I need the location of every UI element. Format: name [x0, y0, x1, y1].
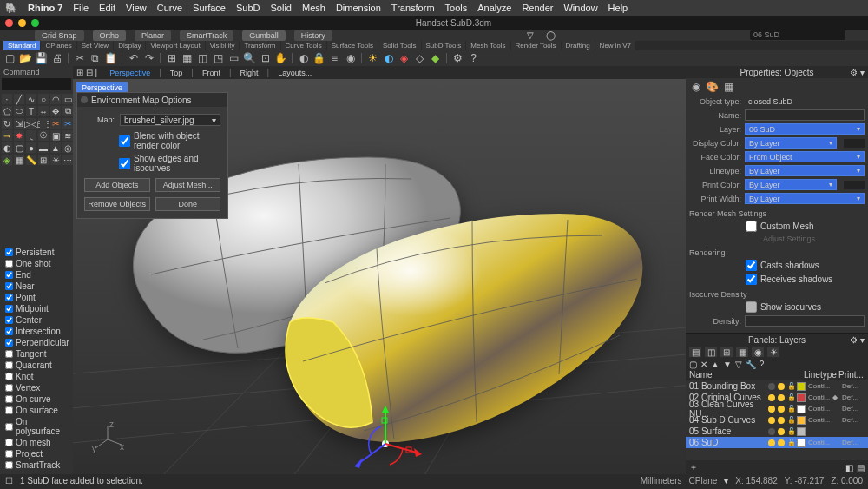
layer-action-icon[interactable]: ◧	[845, 463, 853, 472]
tool-split-icon[interactable]: ✂	[62, 118, 73, 129]
layer-visible2-icon[interactable]	[778, 406, 785, 413]
layer-row[interactable]: 04 Sub D Curves🔓Conti...Def...	[686, 414, 868, 426]
toggle-gumball[interactable]: Gumball	[242, 30, 286, 41]
env-adjust-button[interactable]: Adjust Mesh...	[155, 178, 221, 192]
layer-action2-icon[interactable]: ▤	[857, 463, 865, 472]
layers-tab-icon[interactable]: ▤	[689, 347, 701, 357]
tool-join-icon[interactable]: ⤙	[2, 130, 12, 141]
setview-icon[interactable]: ◳	[212, 52, 225, 65]
tool-dim-icon[interactable]: ↔	[38, 106, 49, 116]
properties-icon[interactable]: ◉	[344, 52, 357, 65]
render-icon[interactable]: ☀	[366, 52, 379, 65]
layer-color-swatch[interactable]	[797, 439, 806, 447]
tab-subd-tools[interactable]: SubD Tools	[422, 41, 466, 50]
save-icon[interactable]: 💾	[35, 52, 48, 65]
layer-lock-icon[interactable]: 🔓	[787, 393, 794, 401]
osnap-persistent[interactable]: Persistent	[3, 247, 69, 258]
prop-display-color-select[interactable]: By Layer	[745, 137, 837, 149]
tool-line-icon[interactable]: ╱	[14, 94, 24, 104]
tab-display[interactable]: Display	[114, 41, 145, 50]
tool-group-icon[interactable]: ⊞	[38, 155, 49, 165]
tool-move-icon[interactable]: ✥	[50, 106, 61, 116]
tool-explode-icon[interactable]: ✸	[14, 130, 24, 141]
tab-viewport-layout[interactable]: Viewport Layout	[146, 41, 204, 50]
shade-icon[interactable]: ◐	[382, 52, 395, 65]
prop-linetype-select[interactable]: By Layer	[745, 165, 865, 176]
layer-color-swatch[interactable]	[797, 416, 806, 425]
props-tab-object-icon[interactable]: ◉	[689, 80, 702, 93]
custom-mesh-checkbox[interactable]: Custom Mesh	[746, 221, 865, 232]
tab-standard[interactable]: Standard	[3, 41, 40, 50]
tool-render2-icon[interactable]: ☀	[50, 155, 61, 165]
vptab-layouts[interactable]: Layouts...	[271, 67, 319, 79]
prop-name-input[interactable]	[745, 109, 865, 121]
tool-trim-icon[interactable]: ✂	[50, 118, 61, 129]
toggle-smarttrack[interactable]: SmartTrack	[180, 30, 233, 41]
osnap-vertex[interactable]: Vertex	[3, 382, 69, 393]
layer-row[interactable]: 05 Surface🔓	[686, 426, 868, 437]
prop-print-color-select[interactable]: By Layer	[745, 179, 837, 190]
layer-down-icon[interactable]: ▼	[723, 360, 732, 368]
layer-lock-icon[interactable]: 🔓	[787, 382, 794, 390]
cut-icon[interactable]: ✂	[73, 52, 86, 65]
options-icon[interactable]: ⚙	[451, 52, 464, 65]
osnap-center[interactable]: Center	[3, 314, 69, 326]
tab-curve-tools[interactable]: Curve Tools	[281, 41, 326, 50]
menu-edit[interactable]: Edit	[99, 3, 115, 13]
tool-circle-icon[interactable]: ○	[38, 94, 49, 104]
tool-offset-icon[interactable]: ⦾	[38, 130, 49, 141]
tool-fillet-icon[interactable]: ◟	[26, 130, 36, 141]
maximize-icon[interactable]	[31, 19, 39, 27]
osnap-on-mesh[interactable]: On mesh	[3, 437, 69, 448]
layer-search-input[interactable]: 06 SuD	[750, 30, 845, 40]
tool-rect-icon[interactable]: ▭	[62, 94, 73, 104]
menu-analyze[interactable]: Analyze	[477, 3, 511, 13]
tool-text-icon[interactable]: T	[26, 106, 36, 116]
osnap-perpendicular[interactable]: Perpendicular	[3, 337, 69, 348]
redo-icon[interactable]: ↷	[142, 52, 155, 65]
layer-visible2-icon[interactable]	[778, 439, 785, 446]
lock-icon[interactable]: 🔒	[312, 52, 326, 65]
tool-analyze-icon[interactable]: 📏	[26, 155, 36, 165]
print-color-swatch[interactable]	[844, 181, 865, 189]
print-icon[interactable]: 🖨	[50, 52, 63, 65]
tool-cyl-icon[interactable]: ▬	[38, 142, 49, 153]
env-remove-button[interactable]: Remove Objects	[84, 197, 150, 211]
copy-icon[interactable]: ⧉	[89, 52, 102, 65]
layer-visible-icon[interactable]	[768, 439, 775, 446]
filter-icon[interactable]: ▽	[527, 30, 534, 40]
layer-row[interactable]: 06 SuD🔓Conti...Def...	[686, 437, 868, 448]
display-icon[interactable]: ▦	[181, 52, 194, 65]
receives-shadows-checkbox[interactable]: Receives shadows	[746, 274, 865, 285]
tab-transform[interactable]: Transform	[240, 41, 279, 50]
env-map-titlebar[interactable]: Environment Map Options	[77, 93, 227, 107]
layer-filter-icon[interactable]: ▽	[735, 360, 742, 368]
layer-visible-icon[interactable]	[768, 428, 775, 435]
props-tab-material-icon[interactable]: 🎨	[706, 80, 719, 93]
layer-row[interactable]: 03 Clean Curves NU...🔓Conti...Def...	[686, 403, 868, 414]
tool-rotate-icon[interactable]: ↻	[2, 118, 12, 129]
menu-file[interactable]: File	[73, 3, 89, 13]
layer-visible-icon[interactable]	[768, 406, 775, 413]
viewport[interactable]: ⊞ ⊟ | Perspective | Top | Front | Right …	[73, 66, 686, 474]
menu-render[interactable]: Render	[522, 3, 553, 13]
tool-point-icon[interactable]: ·	[2, 94, 12, 104]
tool-box-icon[interactable]: ▢	[14, 142, 24, 153]
wire-icon[interactable]: ◈	[398, 52, 411, 65]
toggle-ortho[interactable]: Ortho	[93, 30, 127, 41]
env-blend-checkbox[interactable]: Blend with object render color	[119, 131, 220, 150]
layer-lock-icon[interactable]: 🔓	[787, 439, 794, 446]
osnap-quadrant[interactable]: Quadrant	[3, 360, 69, 371]
hide-icon[interactable]: ◐	[297, 52, 310, 65]
layer-visible2-icon[interactable]	[778, 428, 785, 435]
osnap-on-curve[interactable]: On curve	[3, 393, 69, 405]
prop-print-width-select[interactable]: By Layer	[745, 193, 865, 204]
layer-del-icon[interactable]: ✕	[700, 360, 707, 368]
tool-scale-icon[interactable]: ⇲	[14, 118, 24, 129]
cplane-icon[interactable]: ◫	[196, 52, 209, 65]
layers-tab3-icon[interactable]: ⊞	[720, 347, 733, 357]
status-units[interactable]: Millimeters	[641, 476, 682, 486]
tab-cplanes[interactable]: CPlanes	[41, 41, 76, 50]
tab-solid-tools[interactable]: Solid Tools	[378, 41, 421, 50]
menu-mesh[interactable]: Mesh	[302, 3, 326, 13]
